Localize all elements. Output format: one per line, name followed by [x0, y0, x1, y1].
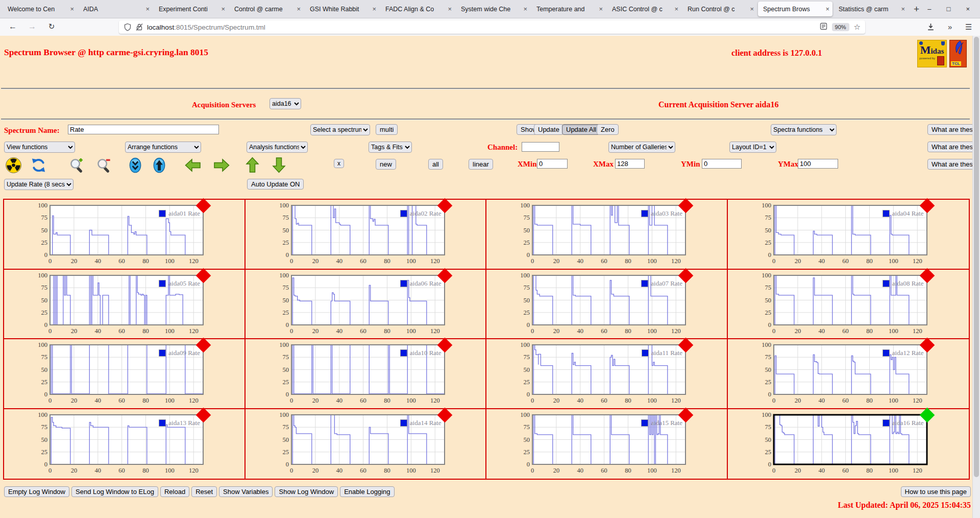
spectrum-chart[interactable]: 0255075100020406080100120aida12 Rate	[758, 343, 934, 405]
multi-button[interactable]: multi	[376, 124, 398, 135]
x-axis-button[interactable]: x	[334, 159, 344, 168]
tab-close-icon[interactable]: ×	[825, 5, 829, 13]
channel-input[interactable]	[522, 142, 559, 152]
enable-logging-button[interactable]: Enable Logging	[340, 486, 394, 497]
ymax-input[interactable]	[798, 159, 838, 169]
spectra-functions-dropdown[interactable]: Spectra functions	[771, 124, 837, 135]
downloads-icon[interactable]	[926, 22, 935, 33]
gallery-cell-aida11-rate[interactable]: 0255075100020406080100120aida11 Rate	[486, 339, 728, 409]
view-functions-dropdown[interactable]: View functions	[4, 142, 75, 153]
tcl-powered-logo[interactable]: TCL POWERED	[949, 40, 967, 67]
gallery-cell-aida02-rate[interactable]: 0255075100020406080100120aida02 Rate	[246, 200, 487, 270]
gallery-cell-aida07-rate[interactable]: 0255075100020406080100120aida07 Rate	[486, 270, 728, 340]
spectrum-chart[interactable]: 0255075100020406080100120aida03 Rate	[517, 203, 693, 266]
show-log-window-button[interactable]: Show Log Window	[275, 486, 338, 497]
reload-button[interactable]: Reload	[160, 486, 189, 497]
expand-vertical-icon[interactable]	[151, 156, 168, 174]
gallery-cell-aida05-rate[interactable]: 0255075100020406080100120aida05 Rate	[4, 270, 246, 340]
tags-fits-dropdown[interactable]: Tags & Fits	[369, 142, 412, 153]
midas-logo[interactable]: Midas powered by	[917, 40, 947, 67]
ymin-input[interactable]	[702, 159, 742, 169]
auto-update-button[interactable]: Auto Update ON	[247, 179, 304, 190]
url-text[interactable]: localhost:8015/Spectrum/Spectrum.tml	[147, 23, 265, 31]
empty-log-window-button[interactable]: Empty Log Window	[4, 486, 69, 497]
lock-slash-icon[interactable]	[135, 23, 143, 31]
gallery-cell-aida16-rate[interactable]: 0255075100020406080100120aida16 Rate	[728, 409, 969, 479]
tab-close-icon[interactable]: ×	[674, 5, 678, 13]
gallery-cell-aida08-rate[interactable]: 0255075100020406080100120aida08 Rate	[728, 270, 969, 340]
reload-button[interactable]: ↻	[45, 22, 58, 31]
tab-asic-control-c[interactable]: ASIC Control @ c×	[607, 2, 681, 16]
gallery-cell-aida03-rate[interactable]: 0255075100020406080100120aida03 Rate	[486, 200, 728, 270]
tab-run-control-c[interactable]: Run Control @ c×	[682, 2, 757, 16]
gallery-cell-aida13-rate[interactable]: 0255075100020406080100120aida13 Rate	[4, 409, 246, 479]
gallery-cell-aida10-rate[interactable]: 0255075100020406080100120aida10 Rate	[246, 339, 487, 409]
number-of-galleries-dropdown[interactable]: Number of Galleries	[608, 142, 675, 153]
tab-gsi-white-rabbit[interactable]: GSI White Rabbit×	[305, 2, 379, 16]
spectrum-chart[interactable]: 0255075100020406080100120aida04 Rate	[758, 203, 934, 266]
how-to-use-button[interactable]: How to use this page	[901, 486, 971, 497]
tab-spectrum-brows[interactable]: Spectrum Brows×	[758, 2, 832, 16]
arrow-up-icon[interactable]	[243, 156, 261, 174]
select-spectrum-dropdown[interactable]: Select a spectrum	[310, 124, 370, 135]
spectrum-chart[interactable]: 0255075100020406080100120aida13 Rate	[35, 413, 210, 475]
update-rate-dropdown[interactable]: Update Rate (8 secs)	[4, 179, 74, 190]
more-tools-icon[interactable]: »	[948, 22, 952, 31]
update-all-button[interactable]: Update All	[562, 124, 600, 135]
scrollbar-thumb[interactable]	[974, 37, 979, 477]
tab-welcome-to-cen[interactable]: Welcome to Cen×	[3, 2, 77, 16]
update-button[interactable]: Update	[534, 124, 564, 135]
url-bar[interactable]: localhost:8015/Spectrum/Spectrum.tml 90%…	[119, 20, 865, 34]
reset-button[interactable]: Reset	[191, 486, 217, 497]
tab-control-carme[interactable]: Control @ carme×	[229, 2, 304, 16]
analysis-functions-dropdown[interactable]: Analysis functions	[247, 142, 308, 153]
tab-close-icon[interactable]: ×	[750, 5, 754, 13]
back-button[interactable]: ←	[6, 22, 19, 31]
gallery-cell-aida01-rate[interactable]: 0255075100020406080100120aida01 Rate	[4, 200, 246, 270]
tab-experiment-conti[interactable]: Experiment Conti×	[154, 2, 228, 16]
collapse-vertical-icon[interactable]	[127, 156, 144, 174]
all-button[interactable]: all	[428, 159, 443, 170]
spectrum-name-input[interactable]	[68, 125, 219, 134]
reader-mode-icon[interactable]	[820, 22, 827, 32]
page-scrollbar[interactable]	[972, 36, 980, 518]
gallery-cell-aida14-rate[interactable]: 0255075100020406080100120aida14 Rate	[246, 409, 487, 479]
spectrum-chart[interactable]: 0255075100020406080100120aida11 Rate	[517, 343, 693, 405]
tab-close-icon[interactable]: ×	[372, 5, 376, 13]
window-minimize-button[interactable]: –	[927, 5, 931, 13]
zoom-level-button[interactable]: 90%	[832, 23, 849, 31]
forward-button[interactable]: →	[26, 22, 39, 31]
new-button[interactable]: new	[376, 159, 396, 170]
xmax-input[interactable]	[615, 159, 645, 169]
zoom-in-icon[interactable]	[68, 156, 86, 174]
spectrum-chart[interactable]: 0255075100020406080100120aida14 Rate	[276, 413, 452, 475]
spectrum-chart[interactable]: 0255075100020406080100120aida01 Rate	[35, 203, 210, 266]
window-maximize-button[interactable]: □	[947, 5, 951, 13]
linear-button[interactable]: linear	[469, 159, 493, 170]
arrange-functions-dropdown[interactable]: Arrange functions	[125, 142, 201, 153]
zero-button[interactable]: Zero	[597, 124, 619, 135]
spectrum-chart[interactable]: 0255075100020406080100120aida07 Rate	[517, 273, 693, 336]
gallery-cell-aida12-rate[interactable]: 0255075100020406080100120aida12 Rate	[728, 339, 969, 409]
tab-aida[interactable]: AIDA×	[78, 2, 153, 16]
tab-close-icon[interactable]: ×	[523, 5, 527, 13]
arrow-left-icon[interactable]	[184, 156, 202, 174]
spectrum-chart[interactable]: 0255075100020406080100120aida10 Rate	[276, 343, 452, 405]
arrow-right-icon[interactable]	[213, 156, 230, 174]
hamburger-menu-icon[interactable]: ☰	[965, 22, 972, 32]
tab-close-icon[interactable]: ×	[599, 5, 603, 13]
window-close-button[interactable]: ×	[966, 5, 970, 13]
gallery-cell-aida06-rate[interactable]: 0255075100020406080100120aida06 Rate	[246, 270, 487, 340]
spectrum-chart[interactable]: 0255075100020406080100120aida15 Rate	[517, 413, 693, 475]
tab-close-icon[interactable]: ×	[448, 5, 452, 13]
tab-close-icon[interactable]: ×	[145, 5, 150, 13]
spectrum-chart[interactable]: 0255075100020406080100120aida09 Rate	[35, 343, 210, 405]
spectrum-chart[interactable]: 0255075100020406080100120aida05 Rate	[35, 273, 210, 336]
spectrum-chart[interactable]: 0255075100020406080100120aida16 Rate	[758, 413, 934, 475]
spectrum-chart[interactable]: 0255075100020406080100120aida06 Rate	[276, 273, 452, 336]
arrow-down-icon[interactable]	[270, 156, 287, 174]
tab-close-icon[interactable]: ×	[70, 5, 74, 13]
show-variables-button[interactable]: Show Variables	[219, 486, 273, 497]
gallery-cell-aida09-rate[interactable]: 0255075100020406080100120aida09 Rate	[4, 339, 246, 409]
xmin-input[interactable]	[537, 159, 568, 169]
